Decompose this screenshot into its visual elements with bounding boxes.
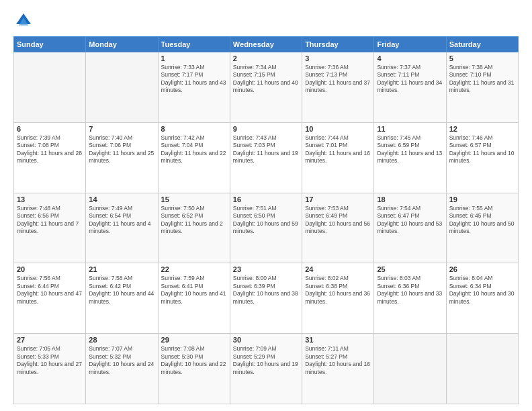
day-number: 11 [377,125,443,133]
calendar-cell: 6Sunrise: 7:39 AM Sunset: 7:08 PM Daylig… [14,122,86,193]
day-number: 4 [377,54,443,62]
calendar-cell: 25Sunrise: 8:03 AM Sunset: 6:36 PM Dayli… [374,263,446,334]
day-number: 25 [377,265,443,273]
calendar-cell: 27Sunrise: 7:05 AM Sunset: 5:33 PM Dayli… [14,334,86,404]
weekday-header-saturday: Saturday [446,37,518,52]
calendar-cell [86,52,158,123]
weekday-header-thursday: Thursday [302,37,374,52]
calendar-cell [14,52,86,123]
day-info: Sunrise: 7:05 AM Sunset: 5:33 PM Dayligh… [17,345,83,376]
calendar-cell: 16Sunrise: 7:51 AM Sunset: 6:50 PM Dayli… [230,193,302,263]
weekday-header-sunday: Sunday [14,37,86,52]
day-info: Sunrise: 7:50 AM Sunset: 6:52 PM Dayligh… [161,205,227,236]
calendar-cell: 2Sunrise: 7:34 AM Sunset: 7:15 PM Daylig… [230,52,302,123]
weekday-header-tuesday: Tuesday [158,37,230,52]
day-info: Sunrise: 7:44 AM Sunset: 7:01 PM Dayligh… [305,134,371,165]
calendar-cell: 26Sunrise: 8:04 AM Sunset: 6:34 PM Dayli… [446,263,518,334]
day-info: Sunrise: 8:00 AM Sunset: 6:39 PM Dayligh… [233,275,299,306]
day-info: Sunrise: 7:08 AM Sunset: 5:30 PM Dayligh… [161,345,227,376]
calendar-cell [446,334,518,404]
day-info: Sunrise: 7:42 AM Sunset: 7:04 PM Dayligh… [161,134,227,165]
day-info: Sunrise: 8:02 AM Sunset: 6:38 PM Dayligh… [305,275,371,306]
day-info: Sunrise: 7:55 AM Sunset: 6:45 PM Dayligh… [449,205,515,236]
day-number: 22 [161,265,227,273]
day-number: 28 [89,336,154,344]
calendar-week-5: 27Sunrise: 7:05 AM Sunset: 5:33 PM Dayli… [14,334,519,404]
page: SundayMondayTuesdayWednesdayThursdayFrid… [0,0,532,411]
calendar-week-1: 1Sunrise: 7:33 AM Sunset: 7:17 PM Daylig… [14,52,519,123]
day-number: 23 [233,265,299,273]
day-number: 19 [449,195,515,203]
calendar-cell: 5Sunrise: 7:38 AM Sunset: 7:10 PM Daylig… [446,52,518,123]
calendar-cell: 18Sunrise: 7:54 AM Sunset: 6:47 PM Dayli… [374,193,446,263]
calendar-cell: 15Sunrise: 7:50 AM Sunset: 6:52 PM Dayli… [158,193,230,263]
weekday-header-monday: Monday [86,37,158,52]
calendar-week-2: 6Sunrise: 7:39 AM Sunset: 7:08 PM Daylig… [14,122,519,193]
calendar-cell: 9Sunrise: 7:43 AM Sunset: 7:03 PM Daylig… [230,122,302,193]
calendar-cell: 29Sunrise: 7:08 AM Sunset: 5:30 PM Dayli… [158,334,230,404]
day-info: Sunrise: 7:34 AM Sunset: 7:15 PM Dayligh… [233,64,299,95]
day-info: Sunrise: 7:54 AM Sunset: 6:47 PM Dayligh… [377,205,443,236]
calendar-header: SundayMondayTuesdayWednesdayThursdayFrid… [14,37,519,52]
day-number: 31 [305,336,371,344]
calendar-cell: 23Sunrise: 8:00 AM Sunset: 6:39 PM Dayli… [230,263,302,334]
day-info: Sunrise: 7:43 AM Sunset: 7:03 PM Dayligh… [233,134,299,165]
day-number: 2 [233,54,299,62]
day-number: 24 [305,265,371,273]
day-info: Sunrise: 7:51 AM Sunset: 6:50 PM Dayligh… [233,205,299,236]
day-info: Sunrise: 7:53 AM Sunset: 6:49 PM Dayligh… [305,205,371,236]
calendar-cell: 20Sunrise: 7:56 AM Sunset: 6:44 PM Dayli… [14,263,86,334]
calendar-cell: 11Sunrise: 7:45 AM Sunset: 6:59 PM Dayli… [374,122,446,193]
day-info: Sunrise: 7:45 AM Sunset: 6:59 PM Dayligh… [377,134,443,165]
day-number: 20 [17,265,83,273]
calendar-cell: 1Sunrise: 7:33 AM Sunset: 7:17 PM Daylig… [158,52,230,123]
day-info: Sunrise: 7:49 AM Sunset: 6:54 PM Dayligh… [89,205,154,236]
day-info: Sunrise: 8:04 AM Sunset: 6:34 PM Dayligh… [449,275,515,306]
day-number: 3 [305,54,371,62]
day-number: 29 [161,336,227,344]
day-info: Sunrise: 7:11 AM Sunset: 5:27 PM Dayligh… [305,345,371,376]
day-number: 30 [233,336,299,344]
day-number: 12 [449,125,515,133]
day-number: 1 [161,54,227,62]
calendar-cell: 10Sunrise: 7:44 AM Sunset: 7:01 PM Dayli… [302,122,374,193]
calendar-cell: 30Sunrise: 7:09 AM Sunset: 5:29 PM Dayli… [230,334,302,404]
calendar-cell: 21Sunrise: 7:58 AM Sunset: 6:42 PM Dayli… [86,263,158,334]
calendar-cell: 4Sunrise: 7:37 AM Sunset: 7:11 PM Daylig… [374,52,446,123]
calendar-cell: 8Sunrise: 7:42 AM Sunset: 7:04 PM Daylig… [158,122,230,193]
day-info: Sunrise: 7:56 AM Sunset: 6:44 PM Dayligh… [17,275,83,306]
day-info: Sunrise: 7:07 AM Sunset: 5:32 PM Dayligh… [89,345,154,376]
calendar-cell: 14Sunrise: 7:49 AM Sunset: 6:54 PM Dayli… [86,193,158,263]
day-number: 21 [89,265,154,273]
header [13,11,519,31]
day-info: Sunrise: 7:39 AM Sunset: 7:08 PM Dayligh… [17,134,83,165]
calendar-cell: 22Sunrise: 7:59 AM Sunset: 6:41 PM Dayli… [158,263,230,334]
day-number: 8 [161,125,227,133]
calendar-cell [374,334,446,404]
day-info: Sunrise: 7:33 AM Sunset: 7:17 PM Dayligh… [161,64,227,95]
day-number: 14 [89,195,154,203]
day-info: Sunrise: 7:37 AM Sunset: 7:11 PM Dayligh… [377,64,443,95]
calendar-cell: 24Sunrise: 8:02 AM Sunset: 6:38 PM Dayli… [302,263,374,334]
calendar-cell: 19Sunrise: 7:55 AM Sunset: 6:45 PM Dayli… [446,193,518,263]
weekday-row: SundayMondayTuesdayWednesdayThursdayFrid… [14,37,519,52]
calendar-cell: 12Sunrise: 7:46 AM Sunset: 6:57 PM Dayli… [446,122,518,193]
day-info: Sunrise: 7:46 AM Sunset: 6:57 PM Dayligh… [449,134,515,165]
day-number: 18 [377,195,443,203]
day-info: Sunrise: 7:38 AM Sunset: 7:10 PM Dayligh… [449,64,515,95]
weekday-header-wednesday: Wednesday [230,37,302,52]
calendar-body: 1Sunrise: 7:33 AM Sunset: 7:17 PM Daylig… [14,52,519,404]
day-number: 6 [17,125,83,133]
calendar-cell: 28Sunrise: 7:07 AM Sunset: 5:32 PM Dayli… [86,334,158,404]
day-number: 26 [449,265,515,273]
day-info: Sunrise: 7:09 AM Sunset: 5:29 PM Dayligh… [233,345,299,376]
day-info: Sunrise: 7:36 AM Sunset: 7:13 PM Dayligh… [305,64,371,95]
day-number: 16 [233,195,299,203]
day-info: Sunrise: 7:40 AM Sunset: 7:06 PM Dayligh… [89,134,154,165]
weekday-header-friday: Friday [374,37,446,52]
logo [13,11,36,31]
day-info: Sunrise: 7:59 AM Sunset: 6:41 PM Dayligh… [161,275,227,306]
calendar-table: SundayMondayTuesdayWednesdayThursdayFrid… [13,36,519,404]
day-number: 5 [449,54,515,62]
calendar-cell: 17Sunrise: 7:53 AM Sunset: 6:49 PM Dayli… [302,193,374,263]
